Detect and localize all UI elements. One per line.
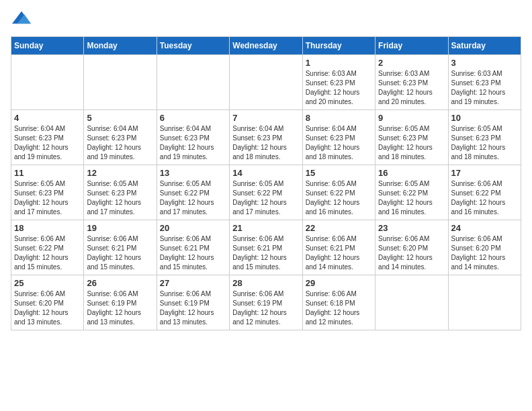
day-detail: Sunrise: 6:06 AM Sunset: 6:21 PM Dayligh… (87, 234, 153, 272)
day-number: 8 (306, 113, 372, 123)
day-number: 4 (14, 113, 81, 123)
day-detail: Sunrise: 6:04 AM Sunset: 6:23 PM Dayligh… (232, 124, 299, 162)
day-number: 19 (87, 223, 153, 233)
page-header (11, 11, 521, 30)
calendar-day-6: 6Sunrise: 6:04 AM Sunset: 6:23 PM Daylig… (157, 110, 229, 165)
day-number: 5 (87, 113, 153, 123)
logo (11, 13, 31, 30)
day-number: 28 (232, 278, 299, 288)
day-number: 3 (451, 58, 518, 68)
day-detail: Sunrise: 6:06 AM Sunset: 6:21 PM Dayligh… (306, 234, 372, 272)
day-detail: Sunrise: 6:04 AM Sunset: 6:23 PM Dayligh… (160, 124, 226, 162)
day-number: 1 (306, 58, 372, 68)
calendar-day-28: 28Sunrise: 6:06 AM Sunset: 6:19 PM Dayli… (230, 275, 302, 330)
calendar-day-26: 26Sunrise: 6:06 AM Sunset: 6:19 PM Dayli… (84, 275, 157, 330)
day-detail: Sunrise: 6:05 AM Sunset: 6:23 PM Dayligh… (451, 124, 518, 162)
day-detail: Sunrise: 6:06 AM Sunset: 6:18 PM Dayligh… (306, 289, 372, 327)
column-header-monday: Monday (84, 37, 157, 55)
calendar-day-14: 14Sunrise: 6:05 AM Sunset: 6:22 PM Dayli… (230, 165, 302, 220)
column-header-sunday: Sunday (11, 37, 84, 55)
calendar-week-row: 25Sunrise: 6:06 AM Sunset: 6:20 PM Dayli… (11, 275, 521, 330)
calendar-day-15: 15Sunrise: 6:05 AM Sunset: 6:22 PM Dayli… (302, 165, 375, 220)
day-number: 11 (14, 168, 81, 178)
calendar-day-13: 13Sunrise: 6:05 AM Sunset: 6:22 PM Dayli… (157, 165, 229, 220)
day-detail: Sunrise: 6:06 AM Sunset: 6:20 PM Dayligh… (451, 234, 518, 272)
day-number: 15 (306, 168, 372, 178)
day-detail: Sunrise: 6:03 AM Sunset: 6:23 PM Dayligh… (378, 69, 445, 107)
day-number: 25 (14, 278, 81, 288)
calendar-day-10: 10Sunrise: 6:05 AM Sunset: 6:23 PM Dayli… (448, 110, 521, 165)
calendar-day-12: 12Sunrise: 6:05 AM Sunset: 6:23 PM Dayli… (84, 165, 157, 220)
day-detail: Sunrise: 6:06 AM Sunset: 6:22 PM Dayligh… (14, 234, 81, 272)
day-detail: Sunrise: 6:03 AM Sunset: 6:23 PM Dayligh… (306, 69, 372, 107)
day-number: 7 (232, 113, 299, 123)
calendar-day-empty (230, 55, 302, 110)
logo-icon (12, 8, 31, 27)
calendar-week-row: 1Sunrise: 6:03 AM Sunset: 6:23 PM Daylig… (11, 55, 521, 110)
day-detail: Sunrise: 6:04 AM Sunset: 6:23 PM Dayligh… (306, 124, 372, 162)
day-detail: Sunrise: 6:06 AM Sunset: 6:21 PM Dayligh… (232, 234, 299, 272)
calendar-day-1: 1Sunrise: 6:03 AM Sunset: 6:23 PM Daylig… (302, 55, 375, 110)
day-number: 22 (306, 223, 372, 233)
calendar-day-20: 20Sunrise: 6:06 AM Sunset: 6:21 PM Dayli… (157, 220, 229, 275)
calendar-day-16: 16Sunrise: 6:05 AM Sunset: 6:22 PM Dayli… (375, 165, 448, 220)
calendar-day-23: 23Sunrise: 6:06 AM Sunset: 6:20 PM Dayli… (375, 220, 448, 275)
day-detail: Sunrise: 6:06 AM Sunset: 6:21 PM Dayligh… (160, 234, 226, 272)
day-detail: Sunrise: 6:04 AM Sunset: 6:23 PM Dayligh… (14, 124, 81, 162)
column-header-tuesday: Tuesday (157, 37, 229, 55)
day-number: 27 (160, 278, 226, 288)
calendar-day-19: 19Sunrise: 6:06 AM Sunset: 6:21 PM Dayli… (84, 220, 157, 275)
day-number: 26 (87, 278, 153, 288)
day-number: 6 (160, 113, 226, 123)
column-header-saturday: Saturday (448, 37, 521, 55)
calendar-day-25: 25Sunrise: 6:06 AM Sunset: 6:20 PM Dayli… (11, 275, 84, 330)
calendar-day-4: 4Sunrise: 6:04 AM Sunset: 6:23 PM Daylig… (11, 110, 84, 165)
day-detail: Sunrise: 6:06 AM Sunset: 6:22 PM Dayligh… (451, 179, 518, 217)
calendar-day-22: 22Sunrise: 6:06 AM Sunset: 6:21 PM Dayli… (302, 220, 375, 275)
day-detail: Sunrise: 6:06 AM Sunset: 6:19 PM Dayligh… (87, 289, 153, 327)
column-header-thursday: Thursday (302, 37, 375, 55)
calendar-day-7: 7Sunrise: 6:04 AM Sunset: 6:23 PM Daylig… (230, 110, 302, 165)
calendar-day-11: 11Sunrise: 6:05 AM Sunset: 6:23 PM Dayli… (11, 165, 84, 220)
day-detail: Sunrise: 6:06 AM Sunset: 6:20 PM Dayligh… (14, 289, 81, 327)
day-number: 20 (160, 223, 226, 233)
calendar-day-5: 5Sunrise: 6:04 AM Sunset: 6:23 PM Daylig… (84, 110, 157, 165)
day-detail: Sunrise: 6:06 AM Sunset: 6:20 PM Dayligh… (378, 234, 445, 272)
day-detail: Sunrise: 6:04 AM Sunset: 6:23 PM Dayligh… (87, 124, 153, 162)
calendar-day-empty (11, 55, 84, 110)
calendar-week-row: 18Sunrise: 6:06 AM Sunset: 6:22 PM Dayli… (11, 220, 521, 275)
calendar-day-18: 18Sunrise: 6:06 AM Sunset: 6:22 PM Dayli… (11, 220, 84, 275)
day-number: 24 (451, 223, 518, 233)
day-number: 13 (160, 168, 226, 178)
day-detail: Sunrise: 6:06 AM Sunset: 6:19 PM Dayligh… (232, 289, 299, 327)
day-number: 9 (378, 113, 445, 123)
calendar-day-24: 24Sunrise: 6:06 AM Sunset: 6:20 PM Dayli… (448, 220, 521, 275)
calendar-day-2: 2Sunrise: 6:03 AM Sunset: 6:23 PM Daylig… (375, 55, 448, 110)
day-number: 23 (378, 223, 445, 233)
day-number: 2 (378, 58, 445, 68)
day-number: 18 (14, 223, 81, 233)
day-detail: Sunrise: 6:03 AM Sunset: 6:23 PM Dayligh… (451, 69, 518, 107)
calendar-day-17: 17Sunrise: 6:06 AM Sunset: 6:22 PM Dayli… (448, 165, 521, 220)
day-detail: Sunrise: 6:05 AM Sunset: 6:22 PM Dayligh… (378, 179, 445, 217)
calendar-week-row: 4Sunrise: 6:04 AM Sunset: 6:23 PM Daylig… (11, 110, 521, 165)
day-detail: Sunrise: 6:05 AM Sunset: 6:22 PM Dayligh… (232, 179, 299, 217)
day-number: 14 (232, 168, 299, 178)
calendar-day-empty (448, 275, 521, 330)
day-number: 10 (451, 113, 518, 123)
calendar-header-row: SundayMondayTuesdayWednesdayThursdayFrid… (11, 37, 521, 55)
calendar-week-row: 11Sunrise: 6:05 AM Sunset: 6:23 PM Dayli… (11, 165, 521, 220)
calendar-table: SundayMondayTuesdayWednesdayThursdayFrid… (11, 36, 521, 330)
day-number: 12 (87, 168, 153, 178)
day-number: 29 (306, 278, 372, 288)
calendar-day-8: 8Sunrise: 6:04 AM Sunset: 6:23 PM Daylig… (302, 110, 375, 165)
calendar-day-empty (375, 275, 448, 330)
column-header-wednesday: Wednesday (230, 37, 302, 55)
day-detail: Sunrise: 6:05 AM Sunset: 6:22 PM Dayligh… (160, 179, 226, 217)
calendar-day-empty (157, 55, 229, 110)
calendar-day-empty (84, 55, 157, 110)
calendar-day-21: 21Sunrise: 6:06 AM Sunset: 6:21 PM Dayli… (230, 220, 302, 275)
column-header-friday: Friday (375, 37, 448, 55)
day-number: 16 (378, 168, 445, 178)
day-number: 17 (451, 168, 518, 178)
